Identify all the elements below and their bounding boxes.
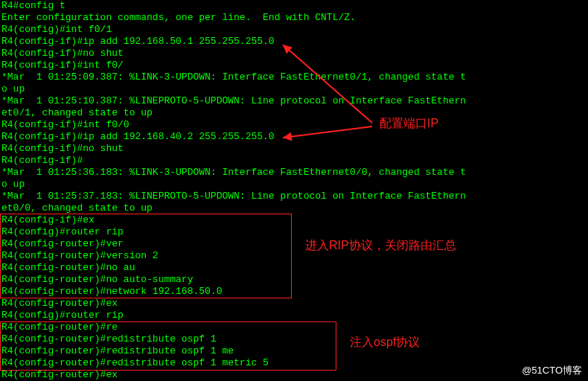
terminal-line: *Mar 1 01:25:10.387: %LINEPROTO-5-UPDOWN… bbox=[1, 95, 587, 107]
terminal-line: o up bbox=[1, 83, 587, 95]
terminal-line: R4(config-router)#redistribute ospf 1 me bbox=[1, 345, 587, 357]
terminal-line: R4(config-router)#ex bbox=[1, 369, 587, 381]
terminal-line: R4(config-router)#no auto-summary bbox=[1, 274, 587, 286]
terminal-line: R4(config-if)#ip add 192.168.50.1 255.25… bbox=[1, 36, 587, 48]
terminal-line: R4(config-if)#ip add 192.168.40.2 255.25… bbox=[1, 131, 587, 143]
terminal-line: R4(config-router)#version 2 bbox=[1, 250, 587, 262]
terminal-line: R4(config-router)#redistribute ospf 1 bbox=[1, 333, 587, 345]
terminal-line: R4(config-router)#re bbox=[1, 321, 587, 333]
terminal-line: R4(config-if)# bbox=[1, 155, 587, 167]
terminal-line: R4#config t bbox=[1, 0, 587, 12]
terminal-line: *Mar 1 01:25:37.183: %LINEPROTO-5-UPDOWN… bbox=[1, 190, 587, 202]
terminal-window[interactable]: R4#config t Enter configuration commands… bbox=[0, 0, 588, 381]
terminal-line: R4(config-if)#ex bbox=[1, 214, 587, 226]
watermark: @51CTO博客 bbox=[522, 365, 582, 377]
terminal-line: R4(config-if)#no shut bbox=[1, 48, 587, 60]
terminal-line: R4(config-router)#network 192.168.50.0 bbox=[1, 286, 587, 298]
terminal-line: et0/1, changed state to up bbox=[1, 107, 587, 119]
terminal-line: Enter configuration commands, one per li… bbox=[1, 12, 587, 24]
terminal-line: R4(config-if)#int f0/0 bbox=[1, 119, 587, 131]
terminal-line: R4(config)#router rip bbox=[1, 226, 587, 238]
terminal-line: R4(config-router)#no au bbox=[1, 262, 587, 274]
terminal-line: R4(config-router)#ex bbox=[1, 298, 587, 310]
terminal-line: R4(config)#router rip bbox=[1, 310, 587, 321]
terminal-line: o up bbox=[1, 179, 587, 190]
terminal-line: R4(config-router)#ver bbox=[1, 238, 587, 250]
terminal-line: R4(config-if)#int f0/ bbox=[1, 60, 587, 71]
terminal-line: et0/0, changed state to up bbox=[1, 202, 587, 214]
terminal-line: *Mar 1 01:25:09.387: %LINK-3-UPDOWN: Int… bbox=[1, 71, 587, 83]
terminal-line: R4(config-if)#no shut bbox=[1, 143, 587, 155]
terminal-line: R4(config)#int f0/1 bbox=[1, 24, 587, 36]
terminal-line: R4(config-router)#redistribute ospf 1 me… bbox=[1, 357, 587, 369]
terminal-line: *Mar 1 01:25:36.183: %LINK-3-UPDOWN: Int… bbox=[1, 167, 587, 179]
